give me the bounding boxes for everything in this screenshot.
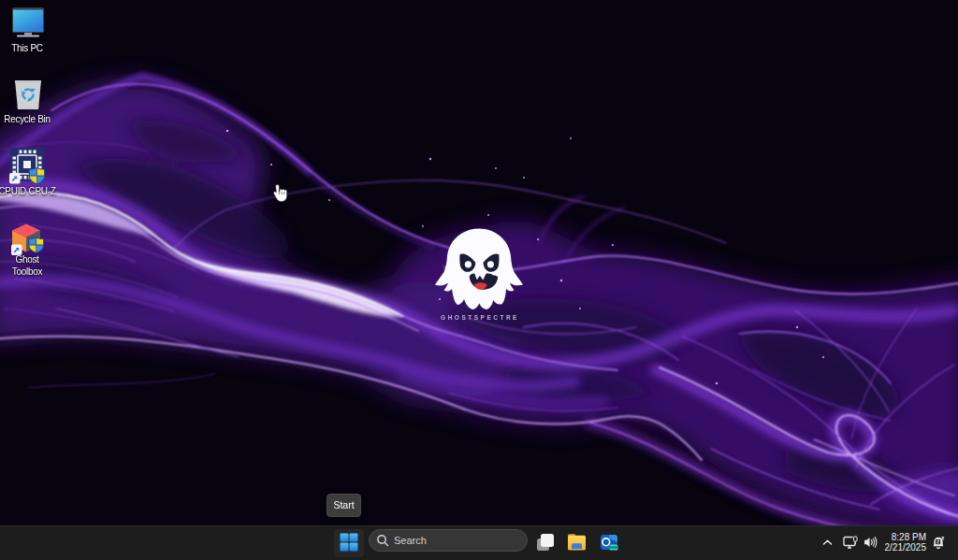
- svg-text:2/21/2025: 2/21/2025: [885, 542, 927, 553]
- svg-text:8:28 PM: 8:28 PM: [892, 532, 926, 542]
- svg-text:NEW: NEW: [610, 546, 618, 550]
